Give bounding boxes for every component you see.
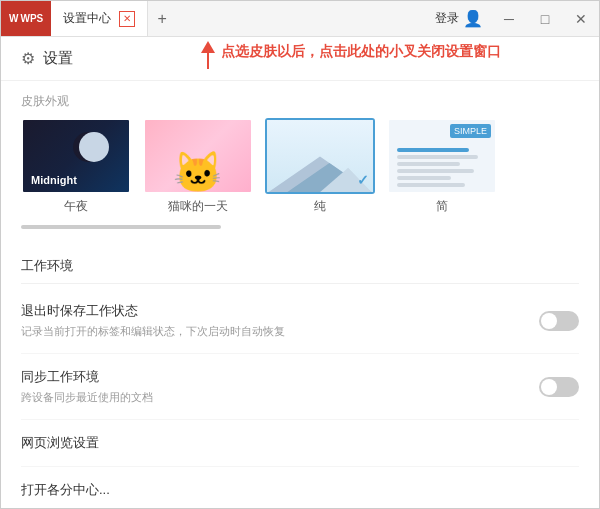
save-work-state-info: 退出时保存工作状态 记录当前打开的标签和编辑状态，下次启动时自动恢复 — [21, 302, 539, 339]
more-settings-row[interactable]: 打开各分中心... — [21, 467, 579, 508]
wps-icon: W — [9, 13, 18, 24]
save-work-state-desc: 记录当前打开的标签和编辑状态，下次启动时自动恢复 — [21, 324, 539, 339]
maximize-button[interactable]: □ — [527, 1, 563, 36]
save-work-state-row: 退出时保存工作状态 记录当前打开的标签和编辑状态，下次启动时自动恢复 — [21, 288, 579, 354]
user-label: 登录 — [435, 10, 459, 27]
minimize-button[interactable]: ─ — [491, 1, 527, 36]
skin-midnight-item[interactable]: Midnight 午夜 — [21, 118, 131, 215]
sync-work-env-toggle[interactable] — [539, 377, 579, 397]
cat-icon: 🐱 — [173, 152, 223, 192]
window-controls: ─ □ ✕ — [491, 1, 599, 36]
simple-line-6 — [397, 183, 465, 187]
work-section: 工作环境 退出时保存工作状态 记录当前打开的标签和编辑状态，下次启动时自动恢复 … — [1, 245, 599, 508]
skin-cat-thumb[interactable]: 🐱 — [143, 118, 253, 194]
browser-setting-row: 网页浏览设置 — [21, 420, 579, 467]
skin-midnight-thumb[interactable]: Midnight — [21, 118, 131, 194]
mountain-bg — [267, 120, 373, 192]
moon-icon — [79, 132, 109, 162]
settings-tab[interactable]: 设置中心 ✕ — [51, 1, 148, 36]
sync-work-env-info: 同步工作环境 跨设备同步最近使用的文档 — [21, 368, 539, 405]
app-window: W W WPS WPS 设置中心 ✕ + 登录 👤 ─ □ ✕ 点选皮肤以后，点… — [0, 0, 600, 509]
simple-bg: SIMPLE — [389, 120, 495, 192]
settings-title: 设置 — [43, 49, 73, 68]
midnight-bg: Midnight — [23, 120, 129, 192]
main-content: ⚙ 设置 皮肤外观 Midnight 午夜 — [1, 37, 599, 508]
mountain-svg — [267, 149, 373, 192]
sync-work-env-row: 同步工作环境 跨设备同步最近使用的文档 — [21, 354, 579, 420]
work-section-title: 工作环境 — [21, 245, 579, 284]
skin-section: 皮肤外观 Midnight 午夜 🐱 — [1, 81, 599, 245]
more-settings-label: 打开各分中心... — [21, 481, 579, 499]
skin-mountain-item[interactable]: 纯 — [265, 118, 375, 215]
skin-grid: Midnight 午夜 🐱 猫咪的一天 — [21, 118, 579, 215]
close-button[interactable]: ✕ — [563, 1, 599, 36]
simple-line-3 — [397, 162, 460, 166]
simple-line-2 — [397, 155, 478, 159]
skin-midnight-name: 午夜 — [64, 198, 88, 215]
simple-label: SIMPLE — [450, 124, 491, 138]
save-work-state-name: 退出时保存工作状态 — [21, 302, 539, 320]
simple-line-1 — [397, 148, 469, 152]
midnight-label: Midnight — [31, 174, 77, 186]
skin-simple-thumb[interactable]: SIMPLE — [387, 118, 497, 194]
save-work-state-toggle[interactable] — [539, 311, 579, 331]
sync-work-env-desc: 跨设备同步最近使用的文档 — [21, 390, 539, 405]
skin-mountain-thumb[interactable] — [265, 118, 375, 194]
simple-lines — [393, 144, 491, 191]
user-avatar-icon: 👤 — [463, 9, 483, 28]
sync-work-env-name: 同步工作环境 — [21, 368, 539, 386]
browser-setting-name: 网页浏览设置 — [21, 434, 579, 452]
gear-icon: ⚙ — [21, 49, 35, 68]
skin-simple-item[interactable]: SIMPLE 简 — [387, 118, 497, 215]
tab-close-button[interactable]: ✕ — [119, 11, 135, 27]
skin-simple-name: 简 — [436, 198, 448, 215]
skin-mountain-name: 纯 — [314, 198, 326, 215]
titlebar: W W WPS WPS 设置中心 ✕ + 登录 👤 ─ □ ✕ — [1, 1, 599, 37]
skin-cat-name: 猫咪的一天 — [168, 198, 228, 215]
skin-cat-item[interactable]: 🐱 猫咪的一天 — [143, 118, 253, 215]
new-tab-button[interactable]: + — [148, 1, 176, 36]
scroll-thumb[interactable] — [21, 225, 221, 229]
settings-header: ⚙ 设置 — [1, 37, 599, 81]
wps-logo: W W WPS WPS — [1, 1, 51, 36]
tab-label: 设置中心 — [63, 10, 111, 27]
user-login[interactable]: 登录 👤 — [427, 9, 491, 28]
cat-bg: 🐱 — [145, 120, 251, 192]
skin-section-label: 皮肤外观 — [21, 81, 579, 118]
scroll-track — [21, 225, 579, 229]
simple-line-5 — [397, 176, 451, 180]
simple-line-4 — [397, 169, 474, 173]
